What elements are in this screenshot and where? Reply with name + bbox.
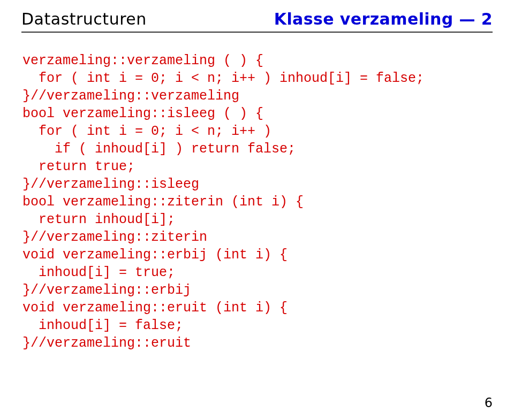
code-line: void verzameling::erbij (int i) { xyxy=(22,247,288,263)
code-line: inhoud[i] = false; xyxy=(22,318,183,333)
page-number: 6 xyxy=(485,395,493,410)
code-line: }//verzameling::erbij xyxy=(22,282,191,298)
code-line: return inhoud[i]; xyxy=(22,212,175,227)
code-line: bool verzameling::ziterin (int i) { xyxy=(22,194,304,210)
code-line: inhoud[i] = true; xyxy=(22,265,175,280)
code-line: void verzameling::eruit (int i) { xyxy=(22,300,288,316)
header-right: Klasse verzameling — 2 xyxy=(274,10,493,28)
code-line: }//verzameling::eruit xyxy=(22,335,191,351)
code-line: for ( int i = 0; i < n; i++ ) xyxy=(22,124,271,139)
code-line: bool verzameling::isleeg ( ) { xyxy=(22,106,263,121)
code-block: verzameling::verzameling ( ) { for ( int… xyxy=(22,52,493,352)
code-line: if ( inhoud[i] ) return false; xyxy=(22,141,296,157)
code-line: for ( int i = 0; i < n; i++ ) inhoud[i] … xyxy=(22,71,424,86)
code-line: }//verzameling::ziterin xyxy=(22,230,207,245)
code-line: return true; xyxy=(22,159,135,174)
header-left: Datastructuren xyxy=(21,10,147,28)
code-line: verzameling::verzameling ( ) { xyxy=(22,53,263,68)
code-line: }//verzameling::verzameling xyxy=(22,88,239,104)
code-line: }//verzameling::isleeg xyxy=(22,177,199,192)
slide-header: Datastructuren Klasse verzameling — 2 xyxy=(21,10,493,33)
